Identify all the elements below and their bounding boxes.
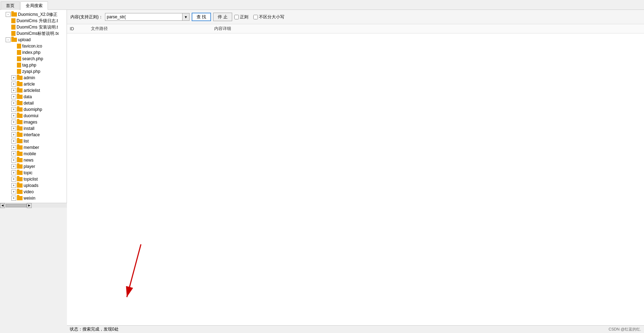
folder-icon-topic	[17, 171, 23, 175]
case-insensitive-checkbox-label[interactable]: 不区分大小写	[253, 14, 284, 20]
file-icon-search-php	[17, 56, 21, 61]
results-table: ID 文件路径 内容详细	[67, 24, 644, 33]
tree-item-player[interactable]: +player	[0, 163, 67, 170]
tree-item-article[interactable]: +article	[0, 81, 67, 87]
tree-item-install[interactable]: +install	[0, 125, 67, 132]
tree-toggle-uploads[interactable]: +	[11, 183, 16, 188]
dropdown-arrow[interactable]: ▼	[182, 13, 190, 21]
tree-toggle-video[interactable]: +	[11, 189, 16, 194]
file-icon-zyapi-php	[17, 69, 21, 74]
results-area: ID 文件路径 内容详细	[67, 24, 644, 325]
tree-toggle-data[interactable]: +	[11, 94, 16, 99]
tree-label-news: news	[24, 158, 33, 163]
tree-item-mobile[interactable]: +mobile	[0, 151, 67, 157]
tree-label-admin: admin	[24, 75, 35, 80]
search-input-wrapper: ▼	[105, 13, 190, 21]
tree-label-data: data	[24, 94, 32, 99]
tree-item-articlelist[interactable]: +articlelist	[0, 87, 67, 94]
tree-item-member[interactable]: +member	[0, 144, 67, 151]
tree-item-index-php[interactable]: index.php	[0, 49, 67, 56]
tree-toggle-member[interactable]: +	[11, 145, 16, 150]
folder-icon-duomiui	[17, 114, 23, 118]
tree-toggle-duomiui[interactable]: +	[11, 113, 16, 118]
folder-icon-player	[17, 164, 23, 169]
search-input[interactable]	[105, 13, 182, 21]
status-text: 状态：搜索完成，发现0处	[70, 326, 119, 332]
tree-item-admin[interactable]: +admin	[0, 75, 67, 81]
tree-item-interface[interactable]: +interface	[0, 132, 67, 138]
tree-item-tag-php[interactable]: tag.php	[0, 62, 67, 68]
tree-item-detail[interactable]: +detail	[0, 100, 67, 106]
file-icon-tag-guide	[11, 31, 16, 36]
tree-item-favicon[interactable]: favicon.ico	[0, 43, 67, 49]
tree-toggle-duomiphp[interactable]: +	[11, 107, 16, 112]
tree-item-images[interactable]: +images	[0, 119, 67, 125]
branding-text: CSDN @红蓝的红.	[609, 327, 641, 332]
tree-item-uploads[interactable]: +uploads	[0, 182, 67, 189]
tree-item-zyapi-php[interactable]: zyapi.php	[0, 68, 67, 75]
tree-toggle-list[interactable]: +	[11, 139, 16, 144]
tree-toggle-admin[interactable]: +	[11, 75, 16, 80]
tree-item-upgrade-log[interactable]: DuomiCms 升级日志.t	[0, 18, 67, 24]
tree-toggle-weixin[interactable]: +	[11, 196, 16, 201]
tree-item-list[interactable]: +list	[0, 138, 67, 144]
tree-toggle-topiclist[interactable]: +	[11, 177, 16, 182]
case-insensitive-checkbox[interactable]	[253, 15, 258, 19]
tree-toggle-interface[interactable]: +	[11, 132, 16, 137]
file-icon-tag-php	[17, 63, 21, 68]
tree-label-uploads: uploads	[24, 183, 38, 188]
tree-root[interactable]: - Duomicms_X2.0修正	[0, 11, 67, 18]
search-toolbar: 内容(支持正则)： ▼ 查 找 停 止 正则 不区分大小写	[67, 10, 644, 24]
tab-bar: 首页 全局搜索	[0, 0, 644, 10]
tree-item-news[interactable]: +news	[0, 157, 67, 163]
scrollbar-thumb[interactable]	[6, 204, 27, 207]
tree-label-list: list	[24, 139, 29, 144]
regex-checkbox[interactable]	[234, 15, 239, 19]
search-button[interactable]: 查 找	[192, 13, 211, 21]
tree-label-video: video	[24, 189, 34, 194]
folder-icon	[11, 12, 17, 17]
tree-item-video[interactable]: +video	[0, 189, 67, 195]
tree-label-player: player	[24, 164, 35, 169]
folder-icon-article	[17, 82, 23, 86]
tree-item-data[interactable]: +data	[0, 94, 67, 100]
tree-item-install-guide[interactable]: DuomiCms 安装说明.t	[0, 24, 67, 30]
tree-toggle-root[interactable]: -	[6, 12, 11, 17]
tree-toggle-upload[interactable]: -	[6, 37, 11, 42]
tree-label-favicon: favicon.ico	[22, 44, 42, 49]
tree-toggle-detail[interactable]: +	[11, 101, 16, 106]
tree-toggle-images[interactable]: +	[11, 120, 16, 125]
tree-item-duomiui[interactable]: +duomiui	[0, 113, 67, 119]
tree-label-article: article	[24, 82, 35, 87]
tree-toggle-news[interactable]: +	[11, 158, 16, 163]
scroll-left-arrow[interactable]: ◀	[0, 203, 5, 208]
scroll-right-arrow[interactable]: ▶	[27, 203, 32, 208]
folder-icon-uploads	[17, 183, 23, 188]
tree-root-label: Duomicms_X2.0修正	[18, 12, 57, 18]
tree-toggle-topic[interactable]: +	[11, 170, 16, 175]
tree-toggle-articlelist[interactable]: +	[11, 88, 16, 93]
tree-item-tag-guide[interactable]: DuomiCms标签说明.tx	[0, 30, 67, 37]
tree-item-topic[interactable]: +topic	[0, 170, 67, 176]
tree-label-tag-guide: DuomiCms标签说明.tx	[17, 31, 59, 37]
tree-item-topiclist[interactable]: +topiclist	[0, 176, 67, 182]
tree-toggle-mobile[interactable]: +	[11, 151, 16, 156]
sidebar-scrollbar[interactable]: ◀ ▶	[0, 203, 67, 208]
tree-label-duomiui: duomiui	[24, 113, 38, 118]
tree-label-interface: interface	[24, 132, 40, 137]
file-icon-index-php	[17, 50, 21, 55]
tree-item-upload[interactable]: -upload	[0, 37, 67, 43]
regex-checkbox-label[interactable]: 正则	[234, 14, 248, 20]
tab-global-search[interactable]: 全局搜索	[20, 1, 48, 10]
results-table-wrapper[interactable]: ID 文件路径 内容详细	[67, 24, 644, 325]
tree-toggle-install[interactable]: +	[11, 126, 16, 131]
file-icon-upgrade-log	[11, 18, 16, 23]
stop-button[interactable]: 停 止	[213, 13, 232, 21]
folder-icon-news	[17, 158, 23, 162]
tree-toggle-player[interactable]: +	[11, 164, 16, 169]
tree-item-search-php[interactable]: search.php	[0, 56, 67, 62]
tree-item-duomiphp[interactable]: +duomiphp	[0, 106, 67, 113]
tab-home[interactable]: 首页	[1, 1, 20, 10]
tree-toggle-article[interactable]: +	[11, 82, 16, 87]
tree-item-weixin[interactable]: +weixin	[0, 195, 67, 201]
